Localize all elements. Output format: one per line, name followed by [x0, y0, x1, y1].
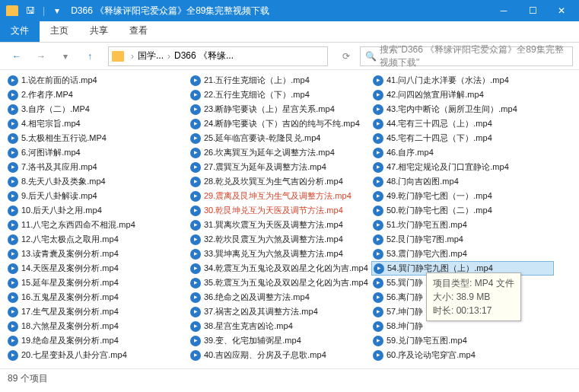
file-item[interactable]: 9.后天八卦解读.mp4 [6, 189, 189, 203]
tab-share[interactable]: 共享 [79, 20, 119, 42]
breadcrumb[interactable]: 国学... [136, 49, 165, 62]
file-name: 50.乾门静宅七图（二）.mp4 [387, 205, 492, 216]
address-bar[interactable]: › 国学... › D366 《释缘... [108, 46, 328, 66]
file-item[interactable]: 40.吉凶应期、分房及子息歌.mp4 [189, 348, 371, 362]
video-icon [190, 119, 201, 129]
file-item[interactable]: 8.先天八卦及类象.mp4 [6, 174, 189, 189]
file-item[interactable]: 59.兑门静宅五图.mp4 [371, 333, 554, 348]
file-item[interactable]: 29.震离及艮坤互为生气及调整方法.mp4 [189, 189, 371, 203]
file-item[interactable]: 11.八宅之东西四命不相混.mp4 [6, 218, 189, 232]
search-icon: 🔍 [365, 51, 377, 62]
file-name: 57.坤门静 [387, 306, 423, 317]
file-item[interactable]: 20.七星变卦及八卦分宫.mp4 [6, 348, 189, 362]
forward-button[interactable]: → [30, 47, 52, 65]
tab-view[interactable]: 查看 [119, 20, 158, 42]
file-name: 24.断静宅要诀（下）吉凶的纯与不纯.mp4 [204, 118, 360, 129]
file-item[interactable]: 7.洛书及其应用.mp4 [6, 160, 189, 174]
file-item[interactable]: 33.巽坤离兑互为六煞及调整方法.mp4 [189, 247, 371, 261]
file-item[interactable]: 22.五行生克细论（下）.mp4 [189, 88, 371, 102]
file-item[interactable]: 41.问八门走水洋要（水法）.mp4 [371, 73, 554, 88]
video-icon [8, 104, 18, 115]
video-icon [190, 278, 201, 288]
file-item[interactable]: 25.延年临宫要诀-乾隆艮兑.mp4 [189, 131, 371, 145]
file-name: 1.说在前面的话.mp4 [21, 75, 97, 86]
video-icon [8, 191, 18, 202]
file-item[interactable]: 46.自序.mp4 [371, 145, 554, 160]
file-item[interactable]: 18.六煞星及案例分析.mp4 [6, 319, 189, 333]
file-item[interactable]: 10.后天八卦之用.mp4 [6, 203, 189, 218]
tab-home[interactable]: 主页 [40, 20, 79, 42]
video-icon [373, 278, 383, 288]
file-item[interactable]: 45.宅有二十四忌（下）.mp4 [371, 131, 554, 145]
file-name: 52.艮门静宅7图.mp4 [387, 234, 463, 245]
file-item[interactable]: 28.乾兑及坎巽互为生气吉凶分析.mp4 [189, 174, 371, 189]
file-item[interactable]: 30.乾艮坤兑互为天医及调节方法.mp4 [189, 203, 371, 218]
file-item[interactable]: 60.序及论动宅穿宫.mp4 [371, 348, 554, 362]
file-name: 27.震巽互为延年及调整方法.mp4 [204, 161, 326, 173]
file-item[interactable]: 14.天医星及案例分析.mp4 [6, 261, 189, 276]
file-name: 49.乾门静宅七图（一）.mp4 [387, 190, 492, 202]
dropdown-icon[interactable]: ▾ [50, 4, 64, 18]
file-item[interactable]: 52.艮门静宅7图.mp4 [371, 232, 554, 247]
file-item[interactable]: 6.河图详解.mp4 [6, 145, 189, 160]
file-item[interactable]: 3.自序（二）.MP4 [6, 102, 189, 116]
video-icon [190, 263, 201, 274]
file-item[interactable]: 23.断静宅要诀（上）星宫关系.mp4 [189, 102, 371, 116]
file-item[interactable]: 13.读青囊及案例分析.mp4 [6, 247, 189, 261]
file-name: 37.祸害之凶及其调整方法.mp4 [204, 306, 318, 317]
file-item[interactable]: 27.震巽互为延年及调整方法.mp4 [189, 160, 371, 174]
file-item[interactable]: 2.作者序.MP4 [6, 88, 189, 102]
file-item[interactable]: 4.相宅宗旨.mp4 [6, 116, 189, 131]
file-name: 55.巽门静 [387, 277, 423, 288]
recent-button[interactable]: ▾ [55, 47, 76, 65]
file-item[interactable]: 24.断静宅要诀（下）吉凶的纯与不纯.mp4 [189, 116, 371, 131]
refresh-button[interactable]: ⟳ [336, 47, 357, 65]
video-icon [373, 133, 383, 144]
file-item[interactable]: 1.说在前面的话.mp4 [6, 73, 189, 88]
video-icon [373, 104, 383, 115]
save-icon[interactable]: 🖫 [24, 4, 37, 18]
file-item[interactable]: 37.祸害之凶及其调整方法.mp4 [189, 304, 371, 319]
file-item[interactable]: 5.太极相生五行说.MP4 [6, 131, 189, 145]
video-icon [8, 90, 18, 100]
file-item[interactable]: 51.坎门静宅五图.mp4 [371, 218, 554, 232]
video-icon [373, 75, 383, 86]
file-item[interactable]: 34.乾震互为五鬼论及双凶星之化凶为吉.mp4 [189, 261, 371, 276]
file-item[interactable]: 39.变、化宅加辅弼星.mp4 [189, 333, 371, 348]
file-item[interactable]: 17.生气星及案例分析.mp4 [6, 304, 189, 319]
tab-file[interactable]: 文件 [0, 20, 40, 42]
back-button[interactable]: ← [6, 47, 27, 65]
close-button[interactable]: ✕ [547, 0, 576, 21]
video-icon [8, 133, 18, 144]
file-item[interactable]: 48.门向吉凶图.mp4 [371, 174, 554, 189]
file-item[interactable]: 44.宅有三十四忌（上）.mp4 [371, 116, 554, 131]
file-item[interactable]: 32.乾坎艮震互为六煞及调整方法.mp4 [189, 232, 371, 247]
file-item[interactable]: 15.延年星及案例分析.mp4 [6, 276, 189, 290]
file-item[interactable]: 38.星宫生克吉凶论.mp4 [189, 319, 371, 333]
file-item[interactable]: 16.五鬼星及案例分析.mp4 [6, 290, 189, 304]
chevron-icon: › [129, 51, 136, 62]
minimize-button[interactable]: ─ [489, 0, 518, 21]
breadcrumb[interactable]: D366 《释缘... [173, 49, 235, 62]
video-icon [8, 263, 18, 274]
video-icon [373, 292, 383, 303]
file-item[interactable]: 21.五行生克细论（上）.mp4 [189, 73, 371, 88]
file-item[interactable]: 19.绝命星及案例分析.mp4 [6, 333, 189, 348]
file-item[interactable]: 42.问四凶煞宜用详解.mp4 [371, 88, 554, 102]
file-item[interactable]: 26.坎离巽互为延年之调整方法.mp4 [189, 145, 371, 160]
file-item[interactable]: 36.绝命之凶及调整方法.mp4 [189, 290, 371, 304]
file-item[interactable]: 49.乾门静宅七图（一）.mp4 [371, 189, 554, 203]
file-item[interactable]: 50.乾门静宅七图（二）.mp4 [371, 203, 554, 218]
search-input[interactable]: 🔍 搜索"D366 《释缘评阳宅爱众篇》全89集完整视频下载" [360, 46, 573, 66]
file-item[interactable]: 35.乾震互为五鬼论及双凶星之化凶为吉.mp4 [189, 276, 371, 290]
file-name: 21.五行生克细论（上）.mp4 [204, 75, 310, 86]
file-item[interactable]: 47.相宅定规论及门口宜静论.mp4 [371, 160, 554, 174]
maximize-button[interactable]: ☐ [518, 0, 547, 21]
file-item[interactable]: 31.巽离坎震互为天医及调整方法.mp4 [189, 218, 371, 232]
file-name: 17.生气星及案例分析.mp4 [21, 306, 119, 317]
file-name: 60.序及论动宅穿宫.mp4 [387, 349, 476, 361]
file-item[interactable]: 53.震门静宅六图.mp4 [371, 247, 554, 261]
file-item[interactable]: 12.八宅太极点之取用.mp4 [6, 232, 189, 247]
file-item[interactable]: 43.宅内中断论（厕所卫生间）.mp4 [371, 102, 554, 116]
up-button[interactable]: ↑ [79, 47, 100, 65]
